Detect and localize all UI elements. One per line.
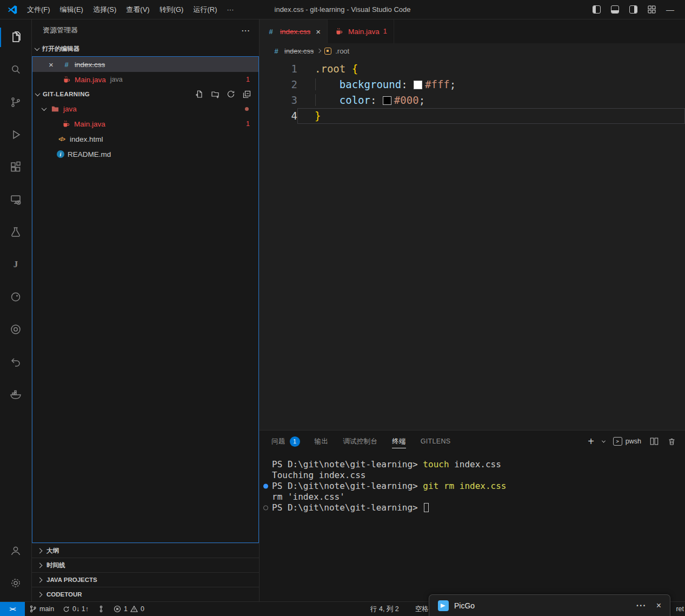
terminal-profile-dropdown-icon[interactable] xyxy=(602,439,606,442)
activity-bar: J xyxy=(0,19,32,601)
breadcrumb-file[interactable]: index.css xyxy=(284,47,314,55)
file-language-label: java xyxy=(110,76,123,83)
editor-tab-Main.java[interactable]: Main.java1 xyxy=(328,19,394,43)
activity-testing[interactable] xyxy=(0,216,31,248)
panel-tabs: 问题1输出调试控制台终端GITLENS xyxy=(271,430,450,452)
vscode-logo-icon xyxy=(7,4,18,15)
activity-search[interactable] xyxy=(0,54,31,86)
panel-tab-debug-console[interactable]: 调试控制台 xyxy=(343,430,377,452)
command-decoration-success[interactable] xyxy=(263,484,268,489)
section-java-projects[interactable]: JAVA PROJECTS xyxy=(32,572,259,587)
menu-view[interactable]: 查看(V) xyxy=(121,1,154,19)
project-section-header[interactable]: GIT-LEARNING xyxy=(32,87,258,101)
more-actions-icon[interactable]: ··· xyxy=(242,27,250,35)
line-number: 1 xyxy=(260,61,297,77)
tree-item-index.html[interactable]: </>index.html xyxy=(32,131,258,147)
activity-remote-explorer[interactable] xyxy=(0,183,31,216)
problems-indicator[interactable]: 1 0 xyxy=(109,602,149,616)
code-editor[interactable]: 1.root {2 background: #fff;3 color: #000… xyxy=(260,58,685,430)
breadcrumb-symbol[interactable]: .root xyxy=(335,47,349,55)
problems-count-badge: 1 xyxy=(290,436,300,447)
terminal-cursor xyxy=(424,503,429,512)
activity-explorer[interactable] xyxy=(0,21,31,54)
panel-tab-output[interactable]: 输出 xyxy=(315,430,329,452)
indentation-indicator[interactable]: 空格 xyxy=(415,605,429,614)
accounts-icon[interactable] xyxy=(0,534,31,567)
line-number: 4 xyxy=(260,108,297,124)
java-file-icon xyxy=(334,27,344,36)
section-timeline[interactable]: 时间线 xyxy=(32,558,259,572)
code-line-2[interactable]: 2 background: #fff; xyxy=(260,77,685,92)
toggle-panel-icon[interactable] xyxy=(611,5,619,14)
activity-gradle[interactable] xyxy=(0,281,31,313)
section-codetour[interactable]: CODETOUR xyxy=(32,587,259,601)
terminal-output[interactable]: PS D:\git\note\git-learning> touch index… xyxy=(260,452,685,601)
toast-more-actions-icon[interactable]: ··· xyxy=(636,601,647,611)
terminal-line: rm 'index.css' xyxy=(260,492,685,502)
remote-indicator[interactable]: >< xyxy=(0,602,25,616)
new-folder-icon[interactable] xyxy=(211,90,220,98)
panel-tab-problems[interactable]: 问题1 xyxy=(271,430,300,452)
collapse-all-icon[interactable] xyxy=(242,90,251,98)
customize-layout-icon[interactable] xyxy=(648,5,656,14)
new-file-icon[interactable] xyxy=(195,90,204,98)
close-icon[interactable]: × xyxy=(49,60,62,69)
code-line-4[interactable]: 4} xyxy=(260,108,685,124)
toast-close-icon[interactable]: × xyxy=(656,601,661,611)
html-file-icon: </> xyxy=(57,136,66,142)
menu-more[interactable]: ··· xyxy=(222,1,238,19)
sidebar-explorer: 资源管理器 ··· 打开的编辑器 ×#index.cssMain.javajav… xyxy=(32,19,260,601)
menu-run[interactable]: 运行(R) xyxy=(188,1,222,19)
toggle-sidebar-icon[interactable] xyxy=(593,5,601,14)
activity-run-target[interactable] xyxy=(0,313,31,346)
modified-dot-indicator xyxy=(245,107,249,111)
css-file-icon: # xyxy=(266,28,276,36)
minimize-icon[interactable]: — xyxy=(666,5,674,14)
refresh-icon[interactable] xyxy=(227,90,235,98)
tree-item-java[interactable]: java xyxy=(32,101,258,116)
menu-selection[interactable]: 选择(S) xyxy=(88,1,121,19)
editor-tabs-bar: #index.css×Main.java1 xyxy=(260,19,685,43)
open-editor-Main.java[interactable]: Main.javajava1 xyxy=(32,72,258,87)
code-line-1[interactable]: 1.root { xyxy=(260,61,685,77)
activity-source-control[interactable] xyxy=(0,86,31,118)
activity-extensions[interactable] xyxy=(0,151,31,183)
kill-terminal-trash-icon[interactable] xyxy=(667,437,676,446)
activity-codetour[interactable] xyxy=(0,346,31,378)
new-terminal-icon[interactable]: + xyxy=(588,436,594,447)
code-line-3[interactable]: 3 color: #000; xyxy=(260,92,685,108)
color-swatch[interactable] xyxy=(414,81,422,89)
tree-item-Main.java[interactable]: Main.java1 xyxy=(32,116,258,131)
activity-java[interactable]: J xyxy=(0,248,31,281)
menu-edit[interactable]: 编辑(E) xyxy=(55,1,88,19)
open-editors-list: ×#index.cssMain.javajava1 xyxy=(32,57,258,87)
menu-file[interactable]: 文件(F) xyxy=(22,1,55,19)
color-swatch[interactable] xyxy=(383,96,391,105)
chevron-right-icon xyxy=(37,548,43,553)
panel-tab-terminal[interactable]: 终端 xyxy=(392,430,406,452)
toggle-secondary-sidebar-icon[interactable] xyxy=(629,5,637,14)
commit-graph-icon[interactable] xyxy=(93,602,109,616)
tree-empty-area xyxy=(32,162,258,542)
panel-tab-gitlens[interactable]: GITLENS xyxy=(421,430,451,452)
section-outline[interactable]: 大纲 xyxy=(32,543,259,558)
close-icon[interactable]: × xyxy=(316,27,321,36)
menu-go[interactable]: 转到(G) xyxy=(155,1,189,19)
bottom-panel: 问题1输出调试控制台终端GITLENS + > pwsh PS D:\git\n… xyxy=(260,430,685,601)
editor-tab-index.css[interactable]: #index.css× xyxy=(260,19,328,43)
terminal-shell-item[interactable]: > pwsh xyxy=(613,437,641,446)
sync-indicator[interactable]: 0↓ 1↑ xyxy=(58,602,93,616)
tree-item-README.md[interactable]: iREADME.md xyxy=(32,147,258,162)
settings-gear-icon[interactable] xyxy=(0,567,31,599)
problem-count-badge: 1 xyxy=(246,76,250,83)
activity-run-and-debug[interactable] xyxy=(0,118,31,151)
problem-count-badge: 1 xyxy=(246,120,250,128)
open-editor-index.css[interactable]: ×#index.css xyxy=(32,57,258,72)
open-editors-header[interactable]: 打开的编辑器 xyxy=(32,41,259,56)
menu-bar: 文件(F)编辑(E)选择(S)查看(V)转到(G)运行(R)··· xyxy=(22,1,238,19)
activity-docker[interactable] xyxy=(0,378,31,410)
branch-indicator[interactable]: main xyxy=(25,602,58,616)
split-terminal-icon[interactable] xyxy=(649,436,659,446)
cursor-position-indicator[interactable]: 行 4, 列 2 xyxy=(370,605,399,614)
git-branch-icon xyxy=(29,605,37,613)
